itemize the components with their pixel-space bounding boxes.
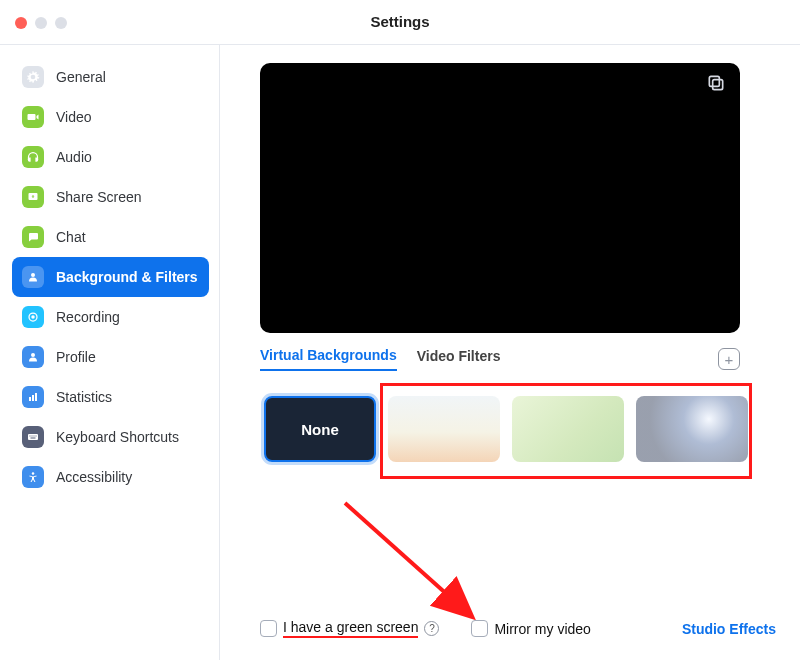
- sidebar-item-label: Audio: [56, 149, 92, 165]
- sidebar-item-general[interactable]: General: [12, 57, 209, 97]
- titlebar: Settings: [0, 0, 800, 45]
- window-title: Settings: [0, 13, 800, 30]
- sidebar-item-share-screen[interactable]: Share Screen: [12, 177, 209, 217]
- sidebar-item-label: Background & Filters: [56, 269, 198, 285]
- sidebar-item-label: Profile: [56, 349, 96, 365]
- green-screen-checkbox[interactable]: [260, 620, 277, 637]
- chat-bubble-icon: [22, 226, 44, 248]
- svg-rect-10: [30, 436, 31, 437]
- sidebar-item-label: Share Screen: [56, 189, 142, 205]
- tab-virtual-backgrounds[interactable]: Virtual Backgrounds: [260, 347, 397, 371]
- bar-chart-icon: [22, 386, 44, 408]
- thumb-label: None: [301, 421, 339, 438]
- help-icon[interactable]: ?: [424, 621, 439, 636]
- option-green-screen: I have a green screen ?: [260, 619, 439, 638]
- video-preview: [260, 63, 740, 333]
- svg-rect-8: [35, 393, 37, 401]
- background-thumb-earth[interactable]: [636, 396, 748, 462]
- mirror-video-label: Mirror my video: [494, 621, 590, 637]
- window-body: General Video Audio Share Screen: [0, 45, 800, 660]
- profile-icon: [22, 346, 44, 368]
- plus-icon: +: [725, 351, 734, 368]
- gear-icon: [22, 66, 44, 88]
- svg-rect-11: [32, 436, 33, 437]
- sidebar-item-recording[interactable]: Recording: [12, 297, 209, 337]
- sidebar: General Video Audio Share Screen: [0, 45, 220, 660]
- svg-rect-6: [29, 397, 31, 401]
- video-camera-icon: [22, 106, 44, 128]
- add-background-button[interactable]: +: [718, 348, 740, 370]
- sidebar-item-statistics[interactable]: Statistics: [12, 377, 209, 417]
- sidebar-item-label: Recording: [56, 309, 120, 325]
- sidebar-item-chat[interactable]: Chat: [12, 217, 209, 257]
- svg-line-18: [345, 503, 470, 615]
- svg-rect-9: [28, 434, 38, 440]
- content-pane: Virtual Backgrounds Video Filters + None: [220, 45, 800, 660]
- headphones-icon: [22, 146, 44, 168]
- sidebar-item-audio[interactable]: Audio: [12, 137, 209, 177]
- svg-point-2: [31, 273, 35, 277]
- person-icon: [22, 266, 44, 288]
- green-screen-label: I have a green screen: [283, 619, 418, 638]
- svg-rect-14: [31, 438, 36, 439]
- background-thumb-grass[interactable]: [512, 396, 624, 462]
- background-thumbnails-wrap: None: [260, 383, 754, 462]
- svg-rect-16: [713, 80, 723, 90]
- tab-video-filters[interactable]: Video Filters: [417, 348, 501, 370]
- svg-point-5: [31, 353, 35, 357]
- sidebar-item-keyboard-shortcuts[interactable]: Keyboard Shortcuts: [12, 417, 209, 457]
- background-thumb-bridge[interactable]: [388, 396, 500, 462]
- sidebar-item-accessibility[interactable]: Accessibility: [12, 457, 209, 497]
- sidebar-item-video[interactable]: Video: [12, 97, 209, 137]
- svg-point-15: [32, 472, 35, 475]
- sidebar-item-background-filters[interactable]: Background & Filters: [12, 257, 209, 297]
- sidebar-item-label: General: [56, 69, 106, 85]
- svg-rect-13: [36, 436, 37, 437]
- rotate-icon[interactable]: [706, 73, 728, 95]
- studio-effects-button[interactable]: Studio Effects: [682, 621, 776, 637]
- svg-rect-17: [709, 76, 719, 86]
- option-mirror-video: Mirror my video: [471, 620, 590, 637]
- sidebar-item-label: Chat: [56, 229, 86, 245]
- keyboard-icon: [22, 426, 44, 448]
- record-icon: [22, 306, 44, 328]
- svg-rect-7: [32, 395, 34, 401]
- settings-window: Settings General Video Audio: [0, 0, 800, 660]
- share-screen-icon: [22, 186, 44, 208]
- svg-point-4: [31, 315, 35, 319]
- tab-row: Virtual Backgrounds Video Filters +: [260, 347, 740, 371]
- sidebar-item-label: Video: [56, 109, 92, 125]
- background-thumb-none[interactable]: None: [264, 396, 376, 462]
- sidebar-item-profile[interactable]: Profile: [12, 337, 209, 377]
- sidebar-item-label: Statistics: [56, 389, 112, 405]
- background-thumbnails: None: [260, 383, 754, 462]
- svg-rect-1: [33, 195, 34, 197]
- bottom-options-row: I have a green screen ? Mirror my video …: [260, 619, 776, 638]
- sidebar-item-label: Accessibility: [56, 469, 132, 485]
- mirror-video-checkbox[interactable]: [471, 620, 488, 637]
- svg-rect-12: [34, 436, 35, 437]
- sidebar-item-label: Keyboard Shortcuts: [56, 429, 179, 445]
- accessibility-icon: [22, 466, 44, 488]
